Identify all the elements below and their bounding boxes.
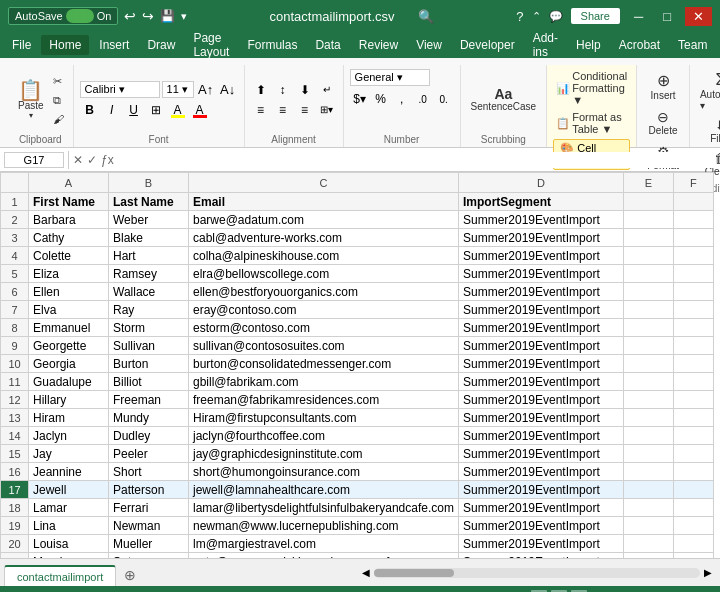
cell-a15[interactable]: Jay: [29, 445, 109, 463]
cell-c1[interactable]: Email: [189, 193, 459, 211]
format-as-table-btn[interactable]: 📋 Format as Table ▼: [553, 110, 630, 136]
cell-a14[interactable]: Jaclyn: [29, 427, 109, 445]
cell-b2[interactable]: Weber: [109, 211, 189, 229]
cell-e16[interactable]: [623, 463, 673, 481]
autosave-badge[interactable]: AutoSave On: [8, 7, 118, 25]
cell-b10[interactable]: Burton: [109, 355, 189, 373]
font-name-input[interactable]: Calibri ▾: [80, 81, 160, 98]
row-num-5[interactable]: 5: [1, 265, 29, 283]
cell-f3[interactable]: [673, 229, 713, 247]
wrap-text-btn[interactable]: ↵: [317, 81, 337, 99]
cell-d18[interactable]: Summer2019EventImport: [458, 499, 623, 517]
paste-dropdown[interactable]: ▾: [29, 111, 33, 120]
cell-d6[interactable]: Summer2019EventImport: [458, 283, 623, 301]
cell-d7[interactable]: Summer2019EventImport: [458, 301, 623, 319]
row-num-8[interactable]: 8: [1, 319, 29, 337]
cell-f5[interactable]: [673, 265, 713, 283]
cell-b3[interactable]: Blake: [109, 229, 189, 247]
menu-acrobat[interactable]: Acrobat: [611, 35, 668, 55]
cell-b11[interactable]: Billiot: [109, 373, 189, 391]
align-right-btn[interactable]: ≡: [295, 101, 315, 119]
menu-developer[interactable]: Developer: [452, 35, 523, 55]
h-scrollbar-thumb[interactable]: [374, 569, 454, 577]
cell-b16[interactable]: Short: [109, 463, 189, 481]
menu-home[interactable]: Home: [41, 35, 89, 55]
cell-e1[interactable]: [623, 193, 673, 211]
cell-e18[interactable]: [623, 499, 673, 517]
col-header-e[interactable]: E: [623, 173, 673, 193]
cell-a18[interactable]: Lamar: [29, 499, 109, 517]
cell-a13[interactable]: Hiram: [29, 409, 109, 427]
cell-d8[interactable]: Summer2019EventImport: [458, 319, 623, 337]
cell-c12[interactable]: freeman@fabrikamresidences.com: [189, 391, 459, 409]
cell-a6[interactable]: Ellen: [29, 283, 109, 301]
cell-e8[interactable]: [623, 319, 673, 337]
cell-c11[interactable]: gbill@fabrikam.com: [189, 373, 459, 391]
cell-c13[interactable]: Hiram@firstupconsultants.com: [189, 409, 459, 427]
cell-b1[interactable]: Last Name: [109, 193, 189, 211]
cell-b15[interactable]: Peeler: [109, 445, 189, 463]
align-top-btn[interactable]: ⬆: [251, 81, 271, 99]
cell-d1[interactable]: ImportSegment: [458, 193, 623, 211]
decrease-decimal-btn[interactable]: 0.: [434, 90, 454, 108]
cell-a12[interactable]: Hillary: [29, 391, 109, 409]
redo-icon[interactable]: ↪: [142, 8, 154, 24]
col-header-a[interactable]: A: [29, 173, 109, 193]
align-left-btn[interactable]: ≡: [251, 101, 271, 119]
autosave-toggle[interactable]: [66, 9, 94, 23]
align-middle-btn[interactable]: ↕: [273, 81, 293, 99]
cell-a2[interactable]: Barbara: [29, 211, 109, 229]
cell-f21[interactable]: [673, 553, 713, 559]
cell-e6[interactable]: [623, 283, 673, 301]
cell-b20[interactable]: Mueller: [109, 535, 189, 553]
cell-d2[interactable]: Summer2019EventImport: [458, 211, 623, 229]
cell-d11[interactable]: Summer2019EventImport: [458, 373, 623, 391]
cancel-formula-btn[interactable]: ✕: [73, 153, 83, 167]
cell-c16[interactable]: short@humongoinsurance.com: [189, 463, 459, 481]
menu-team[interactable]: Team: [670, 35, 715, 55]
menu-insert[interactable]: Insert: [91, 35, 137, 55]
cell-e17[interactable]: [623, 481, 673, 499]
cell-e19[interactable]: [623, 517, 673, 535]
menu-draw[interactable]: Draw: [139, 35, 183, 55]
italic-button[interactable]: I: [102, 101, 122, 119]
merge-btn[interactable]: ⊞▾: [317, 101, 337, 119]
row-num-7[interactable]: 7: [1, 301, 29, 319]
cell-b8[interactable]: Storm: [109, 319, 189, 337]
cell-b7[interactable]: Ray: [109, 301, 189, 319]
cell-d5[interactable]: Summer2019EventImport: [458, 265, 623, 283]
cell-reference-box[interactable]: G17: [4, 152, 64, 168]
cell-f10[interactable]: [673, 355, 713, 373]
cell-f13[interactable]: [673, 409, 713, 427]
row-num-3[interactable]: 3: [1, 229, 29, 247]
cell-d14[interactable]: Summer2019EventImport: [458, 427, 623, 445]
increase-font-btn[interactable]: A↑: [196, 81, 216, 99]
sheet-tab-contactmailimport[interactable]: contactmailimport: [4, 565, 116, 588]
cell-f7[interactable]: [673, 301, 713, 319]
currency-btn[interactable]: $▾: [350, 90, 370, 108]
cell-c14[interactable]: jaclyn@fourthcoffee.com: [189, 427, 459, 445]
cell-b4[interactable]: Hart: [109, 247, 189, 265]
row-num-11[interactable]: 11: [1, 373, 29, 391]
decrease-font-btn[interactable]: A↓: [218, 81, 238, 99]
cell-a20[interactable]: Louisa: [29, 535, 109, 553]
cell-b18[interactable]: Ferrari: [109, 499, 189, 517]
fill-color-btn[interactable]: A: [168, 101, 188, 119]
underline-button[interactable]: U: [124, 101, 144, 119]
border-button[interactable]: ⊞: [146, 101, 166, 119]
ribbon-toggle-icon[interactable]: ⌃: [532, 10, 541, 23]
cell-b9[interactable]: Sullivan: [109, 337, 189, 355]
cell-f19[interactable]: [673, 517, 713, 535]
insert-cells-btn[interactable]: ⊕ Insert: [647, 69, 680, 103]
cell-c7[interactable]: eray@contoso.com: [189, 301, 459, 319]
cell-a9[interactable]: Georgette: [29, 337, 109, 355]
sum-btn[interactable]: Σ AutoSum ▾: [696, 69, 720, 113]
cell-f1[interactable]: [673, 193, 713, 211]
cell-a7[interactable]: Elva: [29, 301, 109, 319]
row-num-10[interactable]: 10: [1, 355, 29, 373]
conditional-formatting-btn[interactable]: 📊 Conditional Formatting ▼: [553, 69, 630, 107]
row-num-4[interactable]: 4: [1, 247, 29, 265]
cell-a8[interactable]: Emmanuel: [29, 319, 109, 337]
cell-c21[interactable]: soto@munsonspicklesandpreservesfarm.com: [189, 553, 459, 559]
format-painter-button[interactable]: 🖌: [50, 112, 67, 126]
